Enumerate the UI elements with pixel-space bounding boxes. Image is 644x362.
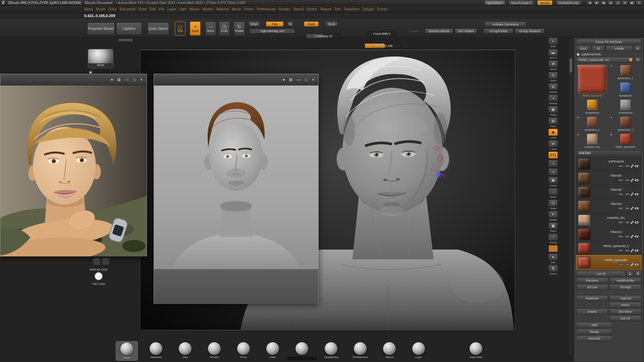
model-window-titlebar[interactable]: ▾⊞—□× [154,74,318,85]
zadd-button[interactable]: Zadd [304,21,319,26]
subtool-thumbnail[interactable] [578,215,591,226]
uv-toggle[interactable] [625,179,630,181]
paint-icon[interactable] [631,206,634,210]
window-control[interactable]: ▾ [111,78,113,82]
subtool-row[interactable]: PM3D_Sphere3D [577,255,641,269]
menus-button[interactable]: Menus [537,0,552,5]
subtool-row[interactable]: PM3D_Sphere3D_5 [577,241,641,255]
shelf-button[interactable]: ▩ PolyF [546,222,560,233]
focal-shift-slider[interactable]: Focal Shift 0 [367,32,397,36]
menu-item[interactable]: Material [216,7,229,11]
rotate-mode-button[interactable]: ↻ Rotate [234,21,245,36]
menu-item[interactable]: Render [279,7,290,11]
shelf-button[interactable]: ◳ Scale [546,199,560,210]
thumbnail-image[interactable] [620,133,631,145]
uv-toggle[interactable] [625,207,630,209]
visibility-eye-icon[interactable] [634,207,639,210]
menu-item[interactable]: Draw [139,7,147,11]
subtool-thumbnail[interactable] [578,257,591,268]
menu-item[interactable]: Picker [244,7,254,11]
window-control[interactable]: ⊞ [289,78,292,82]
menu-item[interactable]: Brush [96,7,105,11]
shelf-button[interactable]: ↔ Move [546,188,560,198]
brush-thumbnail[interactable] [150,342,162,355]
subtool-row[interactable]: Fibers18 [577,199,641,213]
panel-scrollbar-thumb[interactable] [570,58,572,72]
subtool-row[interactable]: 3.6PZVIKOk [577,157,641,171]
titlebar-icon[interactable]: ⊞ [622,1,628,5]
brush-item[interactable]: hPolish [203,341,225,360]
thumbnail-image[interactable] [620,116,631,128]
subtool-thumbnail[interactable] [578,158,591,170]
del-all-button[interactable]: Del All [609,315,641,321]
group-visible-button[interactable]: GroupVisible [484,28,513,34]
rename-button[interactable]: Rename [576,278,608,283]
shelf-button[interactable]: ◐ BPR [546,38,560,48]
thumbnail-image[interactable] [587,116,598,128]
subtool-row[interactable]: mWo004_001 [577,213,641,227]
subtool-up-button[interactable]: ▲ [627,271,633,277]
flat-color-swatch[interactable] [95,272,103,280]
polypaint-toggle[interactable] [618,235,623,238]
split-button[interactable]: Split [576,322,612,328]
all-low-button[interactable]: All Low [576,284,608,290]
reference-photo-window[interactable]: ▾⊞—□× [0,74,147,256]
tool-thumbnail[interactable]: 9 mWo004_001 [576,133,608,148]
shelf-button[interactable]: ▦ Persp [546,106,560,116]
polypaint-toggle[interactable] [618,221,623,224]
subtool-down-button[interactable]: ▼ [635,271,641,277]
brush-item[interactable]: Slash3 [378,341,400,360]
goz-button[interactable]: GoZ [576,46,590,51]
shelf-button[interactable]: ○ [546,160,560,167]
thumbnail-image[interactable] [587,133,598,145]
duplicate-button[interactable]: Duplicate [576,295,608,301]
polypaint-toggle[interactable] [618,165,623,167]
paint-icon[interactable] [631,178,634,182]
shelf-button[interactable] [546,245,560,252]
shelf-button[interactable]: ▬ SPix 3 [546,49,560,59]
window-control[interactable]: ⊞ [117,78,121,82]
goz-visible-button[interactable]: Visible [606,46,633,51]
polypaint-toggle[interactable] [618,263,623,266]
reference-photo[interactable] [0,85,147,256]
tool-thumbnail[interactable]: 4 dpMkmWs1_1 [609,116,641,131]
backface-mask-button[interactable]: BackfaceMask [425,28,453,34]
window-control[interactable]: × [312,78,314,82]
visibility-eye-icon[interactable] [634,179,639,182]
paint-icon[interactable] [631,235,634,238]
polypaint-toggle[interactable] [618,179,623,181]
rgb-intensity-slider[interactable]: Rgb Intensity 100 [250,28,295,34]
tray-handle[interactable] [287,356,318,361]
polypaint-toggle[interactable] [618,249,623,252]
menu-item[interactable]: Stroke [307,7,317,11]
titlebar-icon[interactable]: ▤ [608,1,614,5]
brush-item[interactable]: Clay [174,341,196,360]
tool-thumbnail[interactable]: EraserBrush [609,99,641,114]
brush-item[interactable]: Move [116,341,138,361]
paint-icon[interactable] [631,249,634,252]
shelf-button[interactable]: XYZ [546,152,560,159]
tool-thumbnail[interactable]: 5 dpNknWo1_1 [576,116,608,131]
projection-master-button[interactable]: Projection Master [87,22,115,35]
subtool-thumbnail[interactable] [578,200,591,212]
del-other-button[interactable]: Del Other [609,309,641,314]
subtool-thumbnail[interactable] [578,172,591,184]
menu-item[interactable]: File [159,7,164,11]
titlebar-icon[interactable]: ◀ [587,1,593,5]
active-tool-button[interactable]: PM3D_Sphere3D. 54 [576,57,633,63]
shelf-button[interactable]: ↻ Rotate [546,211,560,221]
zsub-button[interactable]: Zsub [326,21,338,26]
brush-item[interactable]: Pinch [232,341,255,360]
brush-item[interactable]: ClayTubes [465,341,487,360]
clone-all-subtools-button[interactable]: Clone All SubTools [576,39,641,45]
brush-thumbnail[interactable] [354,342,367,355]
subtool-row[interactable]: Fibers30 [577,171,641,185]
tool-r-button[interactable]: R [635,57,641,63]
menu-item[interactable]: Transform [344,7,360,11]
brush-thumbnail[interactable] [383,342,396,355]
menu-item[interactable]: Zscript [377,7,387,11]
visibility-eye-icon[interactable] [634,165,639,168]
visibility-eye-icon[interactable] [634,221,639,224]
subtool-thumbnail[interactable] [578,229,591,240]
rgb-button[interactable]: Rgb [266,21,283,26]
